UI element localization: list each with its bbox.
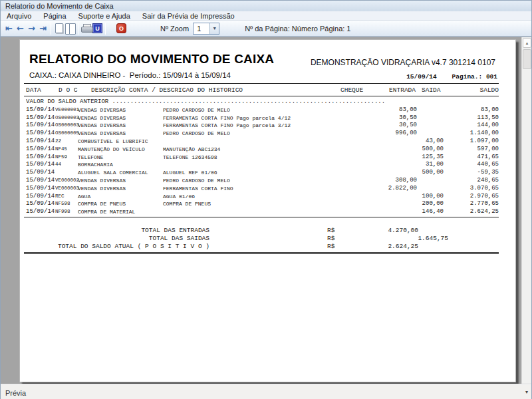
status-label: Prévia (5, 389, 26, 397)
total-saldo-atual-row: TOTAL DO SALDO ATUAL ( P O S I T I V O )… (20, 243, 515, 250)
cell-doc: VE000002 (55, 177, 79, 185)
cell-entrada: 2.822,00 (350, 185, 417, 193)
rule-top (24, 83, 499, 84)
toolbar-separator (78, 23, 78, 35)
next-page-button[interactable]: → (26, 22, 37, 35)
brand-u-icon: U (92, 23, 102, 33)
next-page-icon: → (28, 24, 35, 33)
toolbar-separator (105, 23, 106, 35)
menu-item-pagina[interactable]: Página (37, 11, 72, 21)
table-row: 15/09/14 NF59 TELEFONE TELEFONE 12634598… (20, 154, 515, 162)
cell-date: 15/09/14 (26, 114, 55, 122)
cell-entrada: 30,50 (350, 122, 417, 130)
print-button[interactable] (80, 22, 92, 35)
brand-button[interactable]: U (92, 22, 103, 35)
cell-conta: COMBUSTÍVEL E LUBRIFIC (78, 138, 148, 146)
table-row: 15/09/14 22 COMBUSTÍVEL E LUBRIFIC 43,00… (20, 138, 515, 146)
cell-doc: NF45 (55, 146, 67, 154)
preview-area: RELATORIO DO MOVIMENTO DE CAIXA DEMONSTR… (1, 37, 531, 384)
cell-saldo: 440,65 (432, 161, 499, 169)
table-row: 15/09/14 OS000003 VENDAS DIVERSAS FERRAM… (20, 122, 515, 130)
cell-date: 15/09/14 (26, 208, 55, 216)
cell-historico: PEDRO CARDOSO DE MELO (163, 177, 230, 185)
rule-double-bottom (24, 252, 499, 254)
cell-date: 15/09/14 (26, 154, 55, 162)
column-descricao: DESCRIÇÃO CONTA / DESCRICAO DO HISTORICO (91, 86, 243, 94)
cell-doc: VE000003 (55, 185, 79, 193)
cell-date: 15/09/14 (26, 185, 55, 193)
menu-item-suporte-e-ajuda[interactable]: Suporte e Ajuda (72, 11, 136, 21)
table-row: 15/09/14 VE000002 VENDAS DIVERSAS PEDRO … (20, 177, 515, 185)
cell-saldo: 1.097,00 (432, 138, 499, 146)
spacer (437, 73, 452, 80)
printer-icon (81, 24, 92, 33)
cell-conta: VENDAS DIVERSAS (78, 177, 126, 185)
cell-conta: VENDAS DIVERSAS (78, 122, 126, 130)
cell-saldo: 83,00 (432, 106, 499, 114)
total-label: TOTAL DO SALDO ATUAL ( P O S I T I V O ) (20, 243, 209, 250)
cell-date: 15/09/14 (26, 138, 55, 146)
exit-preview-button[interactable]: O (116, 22, 127, 35)
total-label: TOTAL DAS ENTRADAS (20, 227, 209, 234)
cell-historico: COMPRA DE PNEUS (163, 200, 211, 208)
cell-entrada: 83,00 (350, 106, 417, 114)
zoom-label: Nº Zoom (160, 25, 189, 33)
cell-doc: 22 (55, 138, 61, 146)
cell-doc: REC (55, 193, 65, 201)
first-page-button[interactable]: ⇤ (3, 22, 15, 35)
cell-date: 15/09/14 (26, 106, 55, 114)
cell-saldo: 248,65 (432, 177, 499, 185)
cell-conta: COMPRA DE MATERIAL (78, 208, 135, 216)
rule-header-bottom (24, 96, 499, 96)
cell-saldo: 471,65 (432, 154, 499, 162)
menu-bar: Arquivo Página Suporte e Ajuda Sair da P… (1, 11, 531, 21)
column-saldo: SALDO (432, 86, 499, 94)
cell-date: 15/09/14 (26, 177, 55, 185)
chevron-down-icon[interactable]: ▾ (525, 389, 528, 395)
app-window: Relatorio do Movimento de Caixa Arquivo … (0, 0, 532, 399)
table-row: 15/09/14 44 BORRACHARIA 31,00 440,65 (20, 161, 515, 169)
scroll-up-button[interactable]: ▲ (523, 38, 531, 48)
two-page-view-button[interactable] (65, 22, 76, 35)
cell-conta: BORRACHARIA (78, 161, 113, 169)
cell-historico: FERRAMENTAS CORTA FINO (163, 185, 233, 193)
total-label: TOTAL DAS SAIDAS (20, 235, 209, 242)
table-row: 15/09/14 ALUGUEL SALA COMERCIAL ALUGUEL … (20, 169, 515, 177)
currency-label: R$ (327, 243, 334, 250)
page-info-label: Nº da Página: Número Página: 1 (245, 25, 350, 33)
previous-page-icon: ← (17, 24, 24, 33)
cell-historico: PEDRO CARDOSO DE MELO (163, 130, 230, 138)
menu-item-arquivo[interactable]: Arquivo (1, 11, 37, 21)
report-print-date: 15/09/14 (406, 73, 437, 80)
cell-saldo: 1.140,00 (432, 130, 499, 138)
table-row: 15/09/14 NF998 COMPRA DE MATERIAL 146,40… (20, 208, 515, 216)
menu-item-sair-da-previa[interactable]: Sair da Prévia de Impressão (136, 11, 241, 21)
cell-entrada: 30,50 (350, 114, 417, 122)
table-body: VALOR DO SALDO ANTERIOR ................… (20, 98, 515, 216)
toolbar-separator (51, 23, 51, 35)
scrollbar-thumb[interactable] (523, 49, 531, 69)
first-page-icon: ⇤ (5, 24, 13, 33)
zoom-value: 1 (194, 23, 209, 34)
previous-page-button[interactable]: ← (15, 22, 26, 35)
chevron-down-icon[interactable]: ▼ (209, 23, 219, 34)
cell-date: 15/09/14 (26, 130, 55, 138)
cell-historico: ALUGUEL REF 01/06 (163, 169, 217, 177)
last-page-button[interactable]: ⇥ (37, 22, 49, 35)
report-page-number: Pagina.: 001 (452, 73, 497, 80)
zoom-select[interactable]: 1 ▼ (193, 23, 219, 35)
cell-doc: NF59 (55, 154, 67, 162)
single-page-view-button[interactable] (53, 22, 65, 35)
cell-conta: VENDAS DIVERSAS (78, 130, 126, 138)
table-row: 15/09/14 VE000003 VENDAS DIVERSAS FERRAM… (20, 185, 515, 193)
column-entrada: ENTRADA (349, 86, 416, 94)
vertical-scrollbar[interactable]: ▲ (521, 37, 531, 384)
currency-label: R$ (327, 227, 334, 234)
cell-doc: NF998 (55, 208, 70, 216)
cell-saldo: 3.070,65 (432, 185, 499, 193)
cell-saldo: 597,00 (432, 146, 499, 154)
last-page-icon: ⇥ (39, 24, 47, 33)
report-title: RELATORIO DO MOVIMENTO DE CAIXA (29, 52, 274, 66)
total-value: 4.270,00 (352, 227, 418, 234)
cell-historico: AGUA 01/06 (163, 193, 195, 201)
